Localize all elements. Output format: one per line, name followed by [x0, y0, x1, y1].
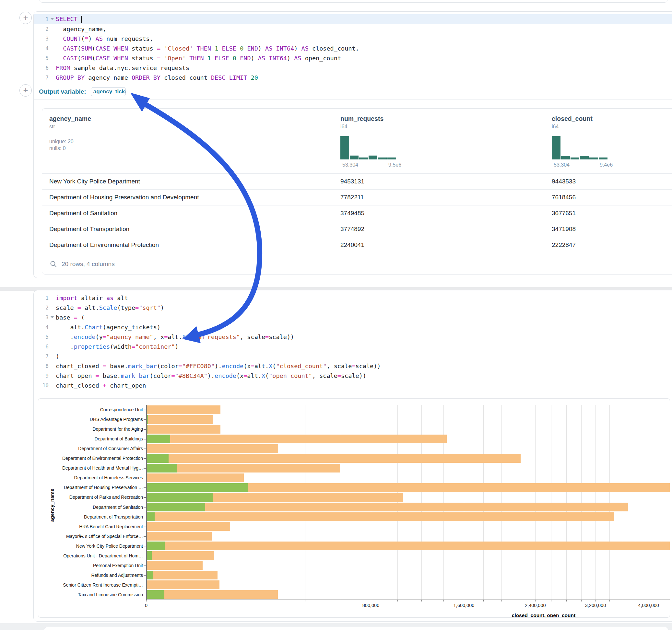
code-line[interactable]: 6 .properties(width="container"): [34, 342, 672, 351]
code-line[interactable]: 4 CAST(SUM(CASE WHEN status = 'Closed' T…: [34, 43, 672, 53]
code-line[interactable]: 4 alt.Chart(agency_tickets): [34, 322, 672, 332]
bar-row: Department of Parks and Recreation: [146, 492, 670, 502]
y-axis-tick: [144, 507, 146, 508]
table-cell: Department of Sanitation: [49, 210, 117, 217]
line-number: 1: [34, 295, 49, 301]
line-number: 6: [34, 343, 49, 350]
table-cell: New York City Police Department: [49, 178, 140, 185]
column-header-agency-name[interactable]: agency_name str unique: 20 nulls: 0: [49, 115, 91, 151]
y-axis-label: Refunds and Adjustments: [39, 573, 143, 578]
table-cell: Department of Environmental Protection: [49, 241, 159, 248]
next-cell-top-edge: [44, 627, 668, 630]
table-row: Department of Sanitation37494853677651: [42, 205, 672, 221]
code-line[interactable]: 5 CAST(SUM(CASE WHEN status = 'Open' THE…: [34, 53, 672, 63]
previous-cell-bottom-edge: [39, 0, 668, 3]
y-axis-label: Department of Health and Mental Hyg…: [39, 465, 143, 470]
line-number: 5: [34, 334, 49, 340]
code-line[interactable]: 3 COUNT(*) AS num_requests,: [34, 34, 672, 43]
closed_count-bar: [146, 512, 614, 521]
code-line[interactable]: 1SELECT: [34, 14, 672, 24]
code-line[interactable]: 9chart_open = base.mark_bar(color="#8BC3…: [34, 371, 672, 381]
y-axis-tick: [144, 419, 146, 420]
code-line[interactable]: 7): [34, 351, 672, 361]
y-axis-label: New York City Police Department: [39, 543, 143, 549]
add-cell-button-top[interactable]: +: [20, 12, 32, 24]
search-icon[interactable]: [50, 261, 57, 268]
code-line[interactable]: 3base = (: [34, 312, 672, 322]
y-axis-label: Department of Homeless Services: [39, 475, 143, 480]
table-cell: 9443533: [552, 178, 576, 185]
y-axis-tick: [144, 487, 146, 488]
add-cell-button-middle[interactable]: +: [20, 84, 32, 97]
code-line[interactable]: 1import altair as alt: [34, 293, 672, 303]
histogram-max-label: 9.4e6: [600, 162, 613, 168]
closed_count-bar: [146, 406, 220, 414]
line-number: 2: [34, 26, 49, 32]
table-cell: 3749485: [340, 210, 364, 217]
column-name: num_requests: [340, 115, 383, 122]
table-row: Department of Transportation377489234719…: [42, 221, 672, 237]
open_count-bar: [146, 435, 170, 443]
y-axis-title: agency_name: [49, 488, 55, 522]
y-axis-label: Operations Unit - Department of Hom…: [39, 553, 143, 558]
line-number: 7: [34, 353, 49, 359]
line-number: 4: [34, 45, 49, 51]
bar-row: Department of Sanitation: [146, 502, 670, 512]
axis-tick: [535, 600, 535, 602]
column-header-num-requests[interactable]: num_requests i64: [340, 115, 383, 130]
python-cell[interactable]: 1import altair as alt2scale = alt.Scale(…: [33, 290, 672, 622]
sql-code-editor[interactable]: 1SELECT 2 agency_name,3 COUNT(*) AS num_…: [34, 12, 672, 82]
python-code-editor[interactable]: 1import altair as alt2scale = alt.Scale(…: [34, 290, 672, 390]
collapse-caret-icon[interactable]: [51, 18, 54, 20]
y-axis-label: Department for the Aging: [39, 427, 143, 432]
column-type: str: [49, 124, 91, 130]
code-line[interactable]: 8chart_closed = base.mark_bar(color="#FF…: [34, 361, 672, 371]
y-axis-label: Department of Environmental Protection: [39, 456, 143, 461]
y-axis-label: Personal Exemption Unit: [39, 563, 143, 568]
code-line[interactable]: 2scale = alt.Scale(type="sqrt"): [34, 303, 672, 312]
histogram-bar: [571, 158, 579, 160]
table-cell: Department of Housing Preservation and D…: [49, 194, 199, 201]
open_count-bar: [146, 512, 154, 521]
line-number: 9: [34, 373, 49, 379]
axis-tick: [649, 600, 649, 602]
histogram-bar: [378, 158, 387, 160]
closed_count-bar: [146, 590, 278, 599]
table-cell: 9453131: [340, 178, 364, 185]
closed_count-bar: [146, 522, 230, 531]
line-number: 4: [34, 324, 49, 330]
histogram-bar: [368, 155, 377, 160]
code-line[interactable]: 5 .encode(y="agency_name", x=alt.X("num_…: [34, 332, 672, 342]
y-axis-label: Department of Buildings: [39, 436, 143, 441]
collapse-caret-icon[interactable]: [51, 316, 54, 318]
closed_count-bar: [146, 503, 628, 511]
histogram-bar: [580, 156, 589, 160]
closed_count-bar: [146, 444, 278, 453]
y-axis-label: DHS Advantage Programs: [39, 417, 143, 422]
bar-row: HRA Benefit Card Replacement: [146, 522, 670, 532]
histogram-bar: [599, 158, 607, 160]
x-axis-tick-label: 4,000,000: [638, 603, 659, 608]
bar-row: Department of Health and Mental Hyg…: [146, 463, 670, 473]
code-line[interactable]: 10chart_closed + chart_open: [34, 381, 672, 390]
y-axis-tick: [144, 478, 146, 478]
column-stat-unique: unique: 20: [49, 139, 91, 145]
y-axis-tick: [144, 595, 146, 595]
y-axis-label: Mayorâ€ s Office of Special Enforce…: [39, 534, 143, 539]
histogram-bar: [589, 158, 598, 160]
y-axis-tick: [144, 410, 146, 410]
code-line[interactable]: 2 agency_name,: [34, 24, 672, 34]
code-line[interactable]: 7GROUP BY agency_name ORDER BY closed_co…: [34, 73, 672, 82]
histogram-bar: [359, 158, 368, 160]
table-row: Department of Housing Preservation and D…: [42, 189, 672, 205]
table-cell: 7782211: [340, 194, 364, 201]
x-axis-tick-label: 3,200,000: [585, 603, 606, 608]
sql-cell[interactable]: 1SELECT 2 agency_name,3 COUNT(*) AS num_…: [33, 11, 672, 278]
column-header-closed-count[interactable]: closed_count i64: [552, 115, 593, 130]
output-variable-pill[interactable]: agency_tickets: [91, 87, 126, 96]
code-line[interactable]: 6FROM sample_data.nyc.service_requests: [34, 63, 672, 73]
y-axis-tick: [144, 458, 146, 459]
bar-row: Department of Consumer Affairs: [146, 444, 670, 453]
axis-tick: [596, 600, 596, 602]
histogram-num-requests: [340, 136, 396, 160]
